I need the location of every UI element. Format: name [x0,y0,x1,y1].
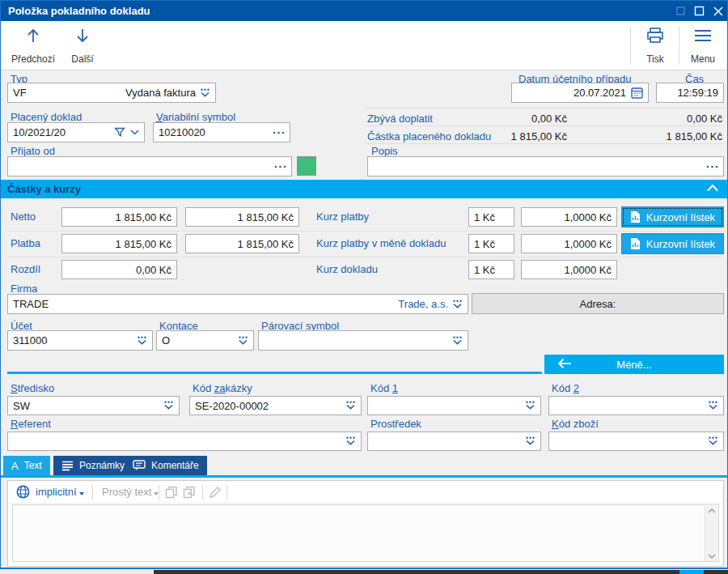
combo-dropdown-icon[interactable] [452,336,463,346]
placeny-doklad-value: 10/2021/20 [13,126,66,138]
arrow-up-icon [24,27,42,45]
tab-komentare[interactable]: Komentáře [125,456,207,475]
close-icon[interactable] [713,6,724,17]
cas-field[interactable]: 12:59:19 [656,83,724,103]
ucet-field[interactable]: 311000 [7,330,153,351]
cas-value: 12:59:19 [677,87,718,99]
section-header-castky-a-kurzy[interactable]: Částky a kurzy [1,180,727,198]
format-selector[interactable]: Prostý text [102,486,159,498]
kurzovni-listek-button-1[interactable]: Kurzovní lístek [621,206,724,227]
paste-icon[interactable] [183,486,196,499]
combo-dropdown-icon[interactable] [137,336,147,346]
screen: Položka pokladního dokladu Předchozí D [0,0,728,574]
next-label: Další [71,53,93,65]
next-button[interactable]: Další [62,24,103,67]
combo-dropdown-icon[interactable] [708,436,718,446]
kurz-platby-mena-2[interactable]: 1 Kč [468,234,514,253]
kod-zbozi-field[interactable] [548,432,724,451]
ellipsis-icon[interactable] [274,165,286,168]
toolbar-separator [679,26,679,65]
kurz-dokladu-mena[interactable]: 1 Kč [468,260,514,279]
vertical-scrollbar[interactable] [705,506,717,561]
kontace-field[interactable]: O [156,330,254,351]
kurz-platby-value[interactable]: 1,0000 Kč [521,207,617,227]
zbyva-doplatit-right: 0,00 Kč [601,113,722,125]
platba-label: Platba [11,237,40,249]
platba-field-1[interactable]: 1 815,00 Kč [61,234,177,253]
chevron-down-icon[interactable] [130,130,139,135]
variabilni-symbol-field[interactable]: 10210020 [153,122,290,142]
popis-field[interactable] [367,156,724,176]
zbyva-doplatit-label: Zbývá doplatit [367,113,433,125]
firma-field[interactable]: TRADE Trade, a.s. [7,294,468,314]
referent-field[interactable] [7,432,362,451]
combo-dropdown-icon[interactable] [708,401,718,410]
stredisko-label: Středisko [11,382,54,394]
calendar-icon[interactable] [631,87,643,99]
stredisko-field[interactable]: SW [7,396,180,415]
float-window-icon[interactable] [675,6,686,16]
collapse-chevron-up-icon[interactable] [706,184,719,192]
background-window-edge [154,570,728,574]
adresa-button[interactable]: Adresa: [472,293,724,314]
combo-dropdown-icon[interactable] [345,401,356,410]
tab-poznamky[interactable]: Poznámky [53,456,133,475]
variabilni-symbol-label: Variabilní symbol [156,111,235,123]
kod-zakazky-field[interactable]: SE-2020-00002 [189,396,362,415]
tab-text[interactable]: A Text [3,456,50,475]
rozdil-field[interactable]: 0,00 Kč [61,260,177,279]
kod2-field[interactable] [548,396,724,415]
placeny-doklad-field[interactable]: 10/2021/20 [7,122,145,142]
prijato-od-field[interactable] [7,156,292,176]
ellipsis-icon[interactable] [273,131,285,134]
menu-label: Menu [691,53,715,65]
divider-accent [7,372,542,374]
kurz-platby-value-2[interactable]: 1,0000 Kč [521,234,617,253]
netto-field-1[interactable]: 1 815,00 Kč [61,207,177,227]
combo-dropdown-icon[interactable] [238,336,248,346]
variabilni-symbol-value: 10210020 [159,126,205,138]
color-swatch-button[interactable] [297,156,316,176]
previous-button[interactable]: Předchozí [7,24,59,67]
ellipsis-icon[interactable] [706,165,718,168]
castka-placeneho-right: 1 815,00 Kč [601,130,722,142]
combo-dropdown-icon[interactable] [452,300,463,309]
datum-field[interactable]: 20.07.2021 [511,83,649,103]
kod2-label: Kód 2 [552,382,579,394]
scroll-down-icon[interactable] [708,554,716,559]
rozdil-label: Rozdíl [11,263,40,275]
firma-name: Trade, a.s. [398,298,448,310]
kurz-dokladu-value[interactable]: 1,0000 Kč [521,260,617,279]
platba-field-2[interactable]: 1 815,00 Kč [185,234,299,253]
netto-label: Netto [11,210,36,223]
kod1-field[interactable] [367,396,541,415]
kod-zbozi-label: Kód zboží [552,418,599,430]
mene-button[interactable]: Méně... [544,355,724,374]
kurz-dokladu-label: Kurz dokladu [316,263,378,275]
copy-icon[interactable] [165,486,178,499]
kod-zakazky-label: Kód zakázky [193,382,252,394]
combo-dropdown-icon[interactable] [163,401,174,410]
text-content-area[interactable] [12,504,719,562]
edit-pencil-icon[interactable] [209,486,222,499]
parovaci-symbol-field[interactable] [258,330,468,351]
scroll-up-icon[interactable] [708,508,716,513]
divider [7,257,724,257]
combo-dropdown-icon[interactable] [525,436,535,446]
combo-dropdown-icon[interactable] [525,401,535,410]
prostredek-field[interactable] [367,432,541,451]
combo-dropdown-icon[interactable] [345,436,356,446]
combo-dropdown-icon[interactable] [200,88,210,98]
netto-field-2[interactable]: 1 815,00 Kč [185,207,299,227]
editor-toolbar: implicitní Prostý text [8,481,723,504]
maximize-icon[interactable] [694,6,705,16]
typ-field[interactable]: VF Vydaná faktura [7,83,216,103]
filter-icon[interactable] [114,127,125,138]
menu-button[interactable]: Menu [682,24,724,67]
language-selector[interactable]: implicitní [36,486,84,498]
kurzovni-listek-button-2[interactable]: Kurzovní lístek [621,233,724,254]
kurz-platby-mena[interactable]: 1 Kč [468,207,514,227]
titlebar[interactable]: Položka pokladního dokladu [1,1,727,21]
print-button[interactable]: Tisk [635,24,675,67]
popis-label: Popis [371,145,398,157]
